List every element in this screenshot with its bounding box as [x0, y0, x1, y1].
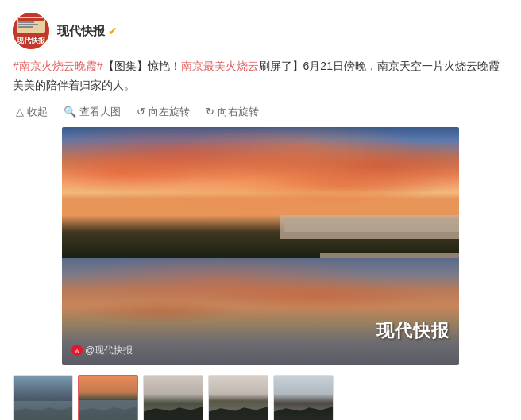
svg-rect-2	[18, 18, 44, 21]
main-image-wrapper: W @现代快报 现代快报	[13, 127, 508, 365]
svg-text:W: W	[75, 349, 79, 353]
thumb1-water	[14, 401, 72, 421]
collapse-button[interactable]: △ 收起	[16, 105, 48, 119]
rotate-left-button[interactable]: ↺ 向左旋转	[137, 105, 190, 119]
bridge-road	[284, 218, 459, 232]
toolbar: △ 收起 🔍 查看大图 ↺ 向左旋转 ↻ 向右旋转	[16, 105, 508, 119]
rotate-left-label: 向左旋转	[149, 105, 190, 119]
thumbnail-4[interactable]	[208, 375, 268, 420]
svg-rect-4	[18, 24, 38, 25]
thumbnails-row	[13, 375, 508, 420]
main-image[interactable]: W @现代快报 现代快报	[62, 127, 459, 365]
watermark: 现代快报	[376, 319, 450, 343]
thumbnail-3[interactable]	[143, 375, 203, 420]
view-large-button[interactable]: 🔍 查看大图	[64, 105, 121, 119]
hashtag-start: #南京火烧云晚霞#	[13, 60, 103, 72]
collapse-icon: △	[16, 106, 24, 118]
avatar[interactable]: 现代快报	[13, 13, 49, 49]
thumbnail-5[interactable]	[273, 375, 334, 420]
svg-text:现代快报: 现代快报	[16, 37, 46, 44]
username[interactable]: 现代快报	[57, 24, 105, 39]
rotate-right-icon: ↻	[206, 106, 214, 118]
search-icon: 🔍	[64, 106, 76, 118]
rotate-right-button[interactable]: ↻ 向右旋转	[206, 105, 259, 119]
rotate-left-icon: ↺	[137, 106, 145, 118]
weibo-handle-text: @现代快报	[85, 344, 133, 357]
rotate-right-label: 向右旋转	[218, 105, 259, 119]
thumb5-tree	[274, 405, 333, 420]
username-area: 现代快报 ✔	[57, 24, 118, 39]
thumb3-tree	[144, 405, 203, 420]
verify-icon: ✔	[108, 25, 118, 37]
thumb2-water	[79, 400, 137, 420]
svg-rect-3	[18, 21, 34, 23]
post-container: 现代快报 现代快报 ✔ #南京火烧云晚霞#【图集】惊艳！南京最美火烧云刷屏了】6…	[0, 0, 521, 420]
thumb4-tree	[209, 405, 268, 420]
watermark-text: 现代快报	[376, 321, 450, 341]
post-header: 现代快报 现代快报 ✔	[13, 13, 508, 49]
weibo-dot-icon: W	[71, 345, 83, 356]
highlight-text: 南京最美火烧云	[181, 60, 259, 72]
weibo-handle: W @现代快报	[71, 344, 133, 357]
collapse-label: 收起	[27, 105, 48, 119]
thumbnail-2[interactable]	[78, 375, 138, 420]
view-large-label: 查看大图	[79, 105, 121, 119]
thumbnail-1[interactable]	[13, 375, 73, 420]
svg-rect-5	[18, 26, 33, 28]
post-text: #南京火烧云晚霞#【图集】惊艳！南京最美火烧云刷屏了】6月21日傍晚，南京天空一…	[13, 57, 508, 95]
